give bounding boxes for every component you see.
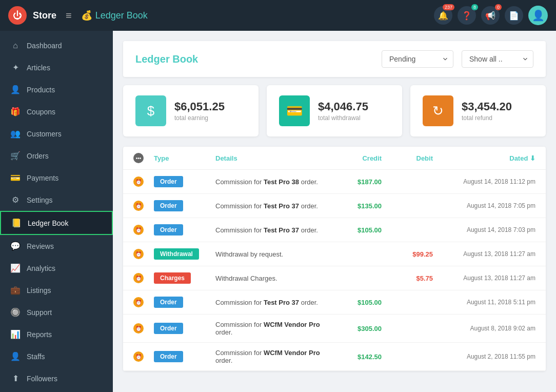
sidebar-item-analytics[interactable]: 📈 Analytics: [0, 257, 113, 279]
table-row[interactable]: ⏰ Order Commission for Test Pro 38 order…: [123, 170, 546, 194]
sidebar-item-articles[interactable]: ✦ Articles: [0, 56, 113, 79]
stat-card-withdrawal: 💳 $4,046.75 total withdrawal: [267, 85, 402, 136]
user-avatar[interactable]: 👤: [528, 6, 548, 25]
table-row[interactable]: ⏰ Order Commission for Test Pro 37 order…: [123, 218, 546, 242]
table-row[interactable]: ⏰ Withdrawal Withdrawal by request. $99.…: [123, 242, 546, 266]
type-badge-1: Order: [154, 200, 183, 211]
clock-icon: ⏰: [133, 273, 144, 283]
customers-icon: 👥: [10, 129, 21, 139]
coupons-icon: 🎁: [10, 107, 21, 116]
sidebar-item-payments[interactable]: 💳 Payments: [0, 167, 113, 189]
row-type-7: Order: [154, 351, 215, 362]
table-row[interactable]: ⏰ Order Commission for Test Pro 37 order…: [123, 194, 546, 218]
sidebar-label-dashboard: Dashboard: [27, 42, 62, 50]
row-clock-0: ⏰: [133, 177, 154, 187]
sidebar-label-orders: Orders: [27, 152, 49, 160]
sidebar-item-reviews[interactable]: 💬 Reviews: [0, 235, 113, 257]
stat-value-withdrawal: $4,046.75: [318, 100, 368, 113]
topnav: ⏻ Store ≡ 💰 Ledger Book 🔔 237 ❓ 8 📢 0 📄 …: [0, 0, 556, 31]
row-debit-3: $99.25: [382, 250, 433, 258]
row-details-3: Withdrawal by request.: [215, 250, 330, 258]
type-badge-3: Withdrawal: [154, 248, 199, 260]
notifications-bell[interactable]: 🔔 237: [434, 6, 452, 25]
col-debit: Debit: [382, 154, 433, 162]
row-date-3: August 13, 2018 11:27 am: [433, 250, 535, 258]
stat-icon-withdrawal: 💳: [279, 95, 310, 126]
table-row[interactable]: ⏰ Charges Withdrawal Charges. $5.75 Augu…: [123, 266, 546, 290]
col-type: Type: [154, 154, 215, 162]
row-clock-4: ⏰: [133, 273, 154, 283]
sidebar-item-customers[interactable]: 👥 Customers: [0, 123, 113, 145]
sidebar-label-products: Products: [27, 86, 55, 94]
megaphone-icon-btn[interactable]: 📢 0: [481, 6, 500, 25]
stat-label-refund: total refund: [462, 114, 512, 122]
row-type-0: Order: [154, 176, 215, 187]
row-credit-2: $105.00: [330, 226, 382, 234]
row-clock-7: ⏰: [133, 351, 154, 362]
sidebar-item-products[interactable]: 👤 Products: [0, 79, 113, 101]
showall-filter[interactable]: Show all ..: [462, 50, 533, 68]
row-clock-5: ⏰: [133, 297, 154, 307]
sidebar-item-staffs[interactable]: 👤 Staffs: [0, 345, 113, 367]
table-row[interactable]: ⏰ Order Commission for Test Pro 37 order…: [123, 290, 546, 315]
followers-icon: ⬆: [10, 374, 21, 383]
store-logo[interactable]: ⏻: [8, 6, 27, 25]
sidebar-label-analytics: Analytics: [27, 264, 55, 272]
type-badge-2: Order: [154, 224, 183, 236]
sidebar-label-listings: Listings: [27, 286, 51, 295]
help-icon-btn[interactable]: ❓ 8: [458, 6, 476, 25]
sidebar-item-support[interactable]: 🔘 Support: [0, 301, 113, 323]
sidebar-item-reports[interactable]: 📊 Reports: [0, 323, 113, 345]
toggle-icon[interactable]: •••: [133, 153, 144, 163]
row-date-1: August 14, 2018 7:05 pm: [433, 202, 535, 209]
type-badge-0: Order: [154, 176, 183, 187]
main-content: Ledger Book Pending Show all .. $ $6,051…: [113, 31, 556, 392]
row-type-5: Order: [154, 297, 215, 308]
stat-value-refund: $3,454.20: [462, 100, 512, 113]
sidebar-label-settings: Settings: [27, 196, 53, 204]
type-badge-5: Order: [154, 297, 183, 308]
row-credit-0: $187.00: [330, 178, 382, 186]
help-badge: 8: [471, 4, 478, 10]
sidebar-label-reviews: Reviews: [27, 242, 54, 250]
analytics-icon: 📈: [10, 263, 21, 273]
sidebar-label-payments: Payments: [27, 174, 58, 182]
orders-icon: 🛒: [10, 151, 21, 161]
col-details: Details: [215, 154, 330, 162]
row-type-2: Order: [154, 224, 215, 236]
sidebar-item-coupons[interactable]: 🎁 Coupons: [0, 101, 113, 123]
clock-icon: ⏰: [133, 351, 144, 362]
page-title: Ledger Book: [135, 53, 373, 65]
clock-icon: ⏰: [133, 201, 144, 211]
breadcrumb: 💰 Ledger Book: [81, 10, 148, 21]
ledger-table: ••• Type Details Credit Debit Dated ⬇ ⏰ …: [123, 147, 546, 371]
status-filter[interactable]: Pending: [382, 50, 453, 68]
stat-card-earning: $ $6,051.25 total earning: [123, 85, 259, 136]
clock-icon: ⏰: [133, 297, 144, 307]
stat-info-withdrawal: $4,046.75 total withdrawal: [318, 100, 368, 122]
clock-icon: ⏰: [133, 323, 144, 334]
sidebar: ⌂ Dashboard ✦ Articles 👤 Products 🎁 Coup…: [0, 31, 113, 392]
stat-info-refund: $3,454.20 total refund: [462, 100, 512, 122]
table-row[interactable]: ⏰ Order Commission for WCfM Vendor Pro o…: [123, 315, 546, 343]
table-row[interactable]: ⏰ Order Commission for WCfM Vendor Pro o…: [123, 343, 546, 371]
row-credit-1: $135.00: [330, 202, 382, 210]
col-dated: Dated ⬇: [433, 154, 535, 162]
stat-label-earning: total earning: [174, 114, 225, 122]
col-credit: Credit: [330, 154, 382, 162]
sidebar-item-dashboard[interactable]: ⌂ Dashboard: [0, 35, 113, 56]
sidebar-item-followers[interactable]: ⬆ Followers: [0, 367, 113, 389]
sidebar-item-ledger-book[interactable]: 📒 Ledger Book: [0, 211, 113, 235]
documents-icon-btn[interactable]: 📄: [505, 6, 523, 25]
sidebar-item-listings[interactable]: 💼 Listings: [0, 279, 113, 301]
sidebar-item-orders[interactable]: 🛒 Orders: [0, 145, 113, 167]
stat-info-earning: $6,051.25 total earning: [174, 100, 225, 122]
row-debit-4: $5.75: [382, 275, 433, 282]
reviews-icon: 💬: [10, 241, 21, 251]
row-details-4: Withdrawal Charges.: [215, 275, 330, 282]
sidebar-item-settings[interactable]: ⚙ Settings: [0, 189, 113, 211]
row-clock-2: ⏰: [133, 225, 154, 235]
stat-value-earning: $6,051.25: [174, 100, 225, 113]
articles-icon: ✦: [10, 63, 21, 72]
type-badge-7: Order: [154, 351, 183, 362]
